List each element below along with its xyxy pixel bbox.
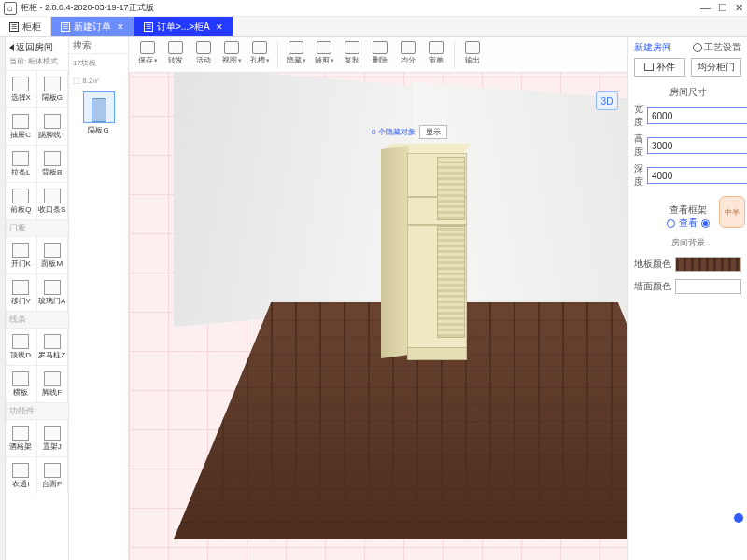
toolbar-均分[interactable]: 均分 xyxy=(395,40,421,65)
toolbar-icon xyxy=(317,41,331,54)
room-dims-title: 房间尺寸 xyxy=(634,86,741,99)
toolbar-审单[interactable]: 审单 xyxy=(423,40,449,65)
tool-rack[interactable]: 置架J xyxy=(37,419,69,456)
cabinet-model[interactable] xyxy=(381,144,474,360)
toolbar-sep xyxy=(454,42,455,68)
minimize-button[interactable]: — xyxy=(700,2,711,14)
tool-front[interactable]: 前板Q xyxy=(6,182,37,219)
search-input[interactable]: 搜索 xyxy=(69,37,128,54)
toolbar-icon xyxy=(224,41,239,54)
toolbar-label: 活动 xyxy=(196,55,211,65)
tool-topline[interactable]: 顶线D xyxy=(6,328,37,365)
viewport-3d[interactable]: 保存转发活动视图孔槽隐藏辅剪复制删除均分审单输出 0 个隐藏对象 显示 3D xyxy=(129,37,627,560)
tool-select[interactable]: 选择X xyxy=(6,70,37,107)
toolbar-icon xyxy=(140,41,155,54)
tool-label: 置架J xyxy=(43,441,62,452)
close-button[interactable]: ✕ xyxy=(735,2,743,14)
supply-label: 补件 xyxy=(656,61,675,74)
tool-roman[interactable]: 罗马柱Z xyxy=(37,328,69,365)
floor-color-swatch[interactable] xyxy=(675,257,741,272)
craft-settings-link[interactable]: 工艺设置 xyxy=(693,41,741,54)
toolbar-label: 输出 xyxy=(465,55,480,65)
toolbar-label: 孔槽 xyxy=(250,55,270,65)
split-label: 均分柜门 xyxy=(698,61,735,74)
tool-counter[interactable]: 台面P xyxy=(37,456,69,494)
library-thumb[interactable] xyxy=(83,91,115,123)
toolbar-孔槽[interactable]: 孔槽 xyxy=(247,40,273,65)
assistant-bubble[interactable] xyxy=(734,513,743,523)
tool-rod[interactable]: 衣通I xyxy=(6,456,37,494)
back-to-room-button[interactable]: 返回房间 xyxy=(6,37,68,56)
wall-color-swatch[interactable] xyxy=(675,279,741,294)
tool-kick[interactable]: 踢脚线T xyxy=(37,107,69,145)
glass-icon xyxy=(44,280,61,295)
tool-group-门板: 门板 xyxy=(6,219,68,236)
tab-label: 新建订单 xyxy=(74,21,111,34)
tab-1[interactable]: ☰新建订单✕ xyxy=(51,17,134,36)
tool-door[interactable]: 开门K xyxy=(6,236,37,273)
toolbar-复制[interactable]: 复制 xyxy=(339,40,365,65)
toolbar-label: 复制 xyxy=(345,55,359,65)
view-frame-radio-on[interactable] xyxy=(701,219,710,228)
tab-2[interactable]: ☰订单>...>柜A✕ xyxy=(134,17,233,36)
toolbar-删除[interactable]: 删除 xyxy=(367,40,393,65)
view-frame-radio-off[interactable] xyxy=(667,219,675,228)
tool-back[interactable]: 背板B xyxy=(37,145,69,182)
wall-color-label: 墙面颜色 xyxy=(634,280,671,293)
tool-trim[interactable]: 收口条S xyxy=(37,182,69,219)
show-hidden-button[interactable]: 显示 xyxy=(419,125,447,139)
mascot-icon[interactable]: 中半 xyxy=(719,196,745,228)
library-thumb-label: 隔板G xyxy=(69,125,128,135)
tool-label: 踢脚线T xyxy=(38,130,65,140)
maximize-button[interactable]: ☐ xyxy=(718,2,727,14)
tool-panel[interactable]: 面板M xyxy=(37,236,69,273)
supply-button[interactable]: 补件 xyxy=(634,58,685,77)
room-wall-left xyxy=(174,65,416,327)
tool-glass[interactable]: 玻璃门A xyxy=(37,273,69,311)
tab-icon: ☰ xyxy=(9,22,19,32)
tab-close-icon[interactable]: ✕ xyxy=(117,22,124,32)
cart-icon xyxy=(644,63,654,71)
toolbar-转发[interactable]: 转发 xyxy=(162,40,189,65)
rod-icon xyxy=(12,463,29,478)
tool-label: 移门Y xyxy=(11,296,31,306)
tool-hboard[interactable]: 横板 xyxy=(6,365,37,402)
properties-panel: 新建房间 工艺设置 补件 均分柜门 房间尺寸 宽度 高度 深度 查看框架 查看 xyxy=(627,37,747,560)
height-input[interactable] xyxy=(647,137,747,154)
toolbar-输出[interactable]: 输出 xyxy=(459,40,486,65)
tool-label: 隔板G xyxy=(42,92,63,103)
tool-slide[interactable]: 移门Y xyxy=(6,273,37,311)
view-frame-link[interactable]: 查看 xyxy=(679,217,698,230)
cabinet-drawer xyxy=(407,347,467,360)
tool-footline[interactable]: 脚线F xyxy=(37,365,69,402)
gear-icon xyxy=(693,43,702,52)
hidden-objects-tag: 0 个隐藏对象 显示 xyxy=(372,125,447,139)
tool-drawer[interactable]: 抽屉C xyxy=(6,107,37,145)
toolbar-辅剪[interactable]: 辅剪 xyxy=(311,40,337,65)
toolbar-活动[interactable]: 活动 xyxy=(190,40,217,65)
panel-icon xyxy=(44,243,61,258)
tool-bar[interactable]: 拉条L xyxy=(6,145,37,182)
home-icon[interactable]: ⌂ xyxy=(4,2,17,15)
topline-icon xyxy=(12,334,29,349)
cabinet-side xyxy=(381,146,409,358)
depth-input[interactable] xyxy=(647,167,747,184)
toolbar-视图[interactable]: 视图 xyxy=(218,40,245,65)
tab-close-icon[interactable]: ✕ xyxy=(216,22,223,32)
toolbar-保存[interactable]: 保存 xyxy=(134,40,161,65)
width-input[interactable] xyxy=(647,107,747,124)
tool-wine[interactable]: 酒格架 xyxy=(6,419,37,456)
select-icon xyxy=(12,77,29,91)
trim-icon xyxy=(44,189,61,203)
counter-icon xyxy=(44,463,61,478)
tool-shelf[interactable]: 隔板G xyxy=(37,70,69,107)
view-3d-toggle[interactable]: 3D xyxy=(596,91,618,110)
board-area: ⬚ 8.2㎡ xyxy=(69,72,128,90)
split-doors-button[interactable]: 均分柜门 xyxy=(691,58,742,77)
toolbar-icon xyxy=(168,41,183,54)
new-room-link[interactable]: 新建房间 xyxy=(634,41,671,54)
tab-0[interactable]: ☰柜柜 xyxy=(0,17,51,36)
toolbar-隐藏[interactable]: 隐藏 xyxy=(283,40,309,65)
toolbar-icon xyxy=(465,41,480,54)
wine-icon xyxy=(12,426,29,441)
